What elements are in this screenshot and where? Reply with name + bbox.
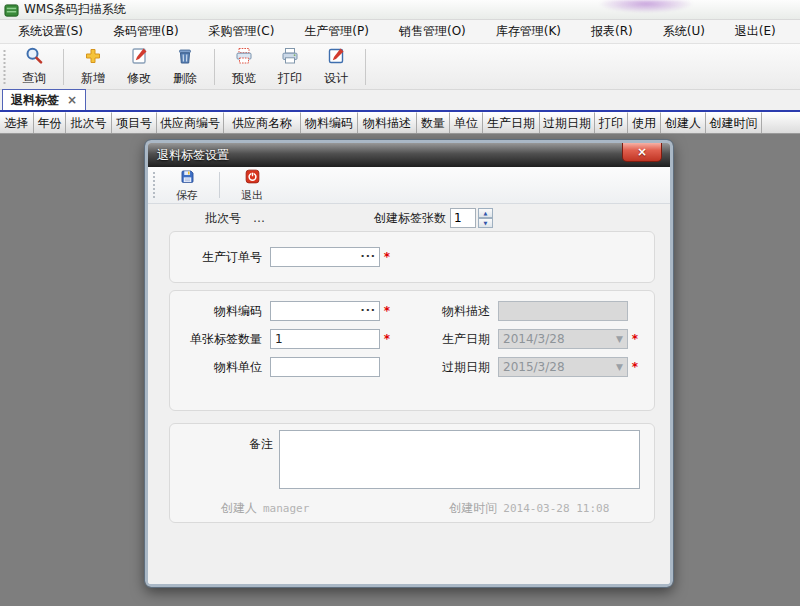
query-button[interactable]: 查询 xyxy=(11,46,57,88)
search-icon xyxy=(24,46,44,69)
col-creator[interactable]: 创建人 xyxy=(661,112,706,133)
required-marker: * xyxy=(628,360,642,374)
creator-value: manager xyxy=(263,502,309,515)
material-desc-field xyxy=(498,301,628,321)
col-create-time[interactable]: 创建时间 xyxy=(706,112,762,133)
production-order-field[interactable]: ··· xyxy=(270,247,380,267)
col-year[interactable]: 年份 xyxy=(34,112,66,133)
expire-date-label: 过期日期 xyxy=(418,359,490,376)
toolbar-separator xyxy=(365,49,366,85)
dialog-toolbar-separator xyxy=(219,172,220,198)
col-unit[interactable]: 单位 xyxy=(450,112,483,133)
required-marker: * xyxy=(380,332,394,346)
batch-no-label: 批次号 xyxy=(205,210,241,227)
material-group: 物料编码 ··· * 物料描述 单张标签数量 * 生产日期 2014/3/28 xyxy=(169,290,655,411)
create-time-value: 2014-03-28 11:08 xyxy=(503,502,609,515)
menu-system-settings[interactable]: 系统设置(S) xyxy=(8,20,93,43)
print-button[interactable]: 打印 xyxy=(267,46,313,88)
col-production-date[interactable]: 生产日期 xyxy=(483,112,540,133)
menu-system[interactable]: 系统(U) xyxy=(653,20,715,43)
design-label: 设计 xyxy=(324,70,348,87)
exit-icon xyxy=(244,168,261,188)
production-date-value: 2014/3/28 xyxy=(503,332,616,346)
lookup-ellipsis-icon[interactable]: ··· xyxy=(360,307,376,315)
label-count-stepper: ▲ ▼ xyxy=(450,208,493,228)
grid-header-row: 选择 年份 批次号 项目号 供应商编号 供应商名称 物料编码 物料描述 数量 单… xyxy=(0,112,800,134)
col-batch-no[interactable]: 批次号 xyxy=(66,112,112,133)
add-button[interactable]: 新增 xyxy=(70,46,116,88)
col-expire-date[interactable]: 过期日期 xyxy=(540,112,595,133)
tab-return-material-label[interactable]: 退料标签 × xyxy=(2,89,86,110)
dialog-titlebar[interactable]: 退料标签设置 × xyxy=(148,143,670,167)
col-supplier-no[interactable]: 供应商编号 xyxy=(157,112,224,133)
production-order-group: 生产订单号 ··· * xyxy=(169,231,655,283)
chevron-down-icon: ▼ xyxy=(616,334,623,344)
exit-button[interactable]: 退出 xyxy=(230,168,274,202)
design-button[interactable]: 设计 xyxy=(313,46,359,88)
tab-close-icon[interactable]: × xyxy=(67,94,77,106)
material-desc-label: 物料描述 xyxy=(418,303,490,320)
dialog-close-button[interactable]: × xyxy=(622,143,662,162)
edit-label: 修改 xyxy=(127,70,151,87)
add-label: 新增 xyxy=(81,70,105,87)
batch-no-value: … xyxy=(253,211,266,225)
delete-button[interactable]: 删除 xyxy=(162,46,208,88)
spin-up-icon[interactable]: ▲ xyxy=(478,208,493,218)
material-unit-label: 物料单位 xyxy=(170,359,262,376)
col-material-code[interactable]: 物料编码 xyxy=(301,112,358,133)
col-use[interactable]: 使用 xyxy=(628,112,661,133)
label-count-input[interactable] xyxy=(450,208,476,228)
preview-button[interactable]: 预览 xyxy=(221,46,267,88)
col-supplier-name[interactable]: 供应商名称 xyxy=(224,112,301,133)
return-label-dialog: 退料标签设置 × 保存 退出 批次号 … 创建标签张数 xyxy=(145,140,673,587)
lookup-ellipsis-icon[interactable]: ··· xyxy=(360,253,376,261)
dialog-body: 保存 退出 批次号 … 创建标签张数 ▲ ▼ 生产订单号 xyxy=(148,167,670,587)
col-print[interactable]: 打印 xyxy=(595,112,628,133)
create-time-label: 创建时间 xyxy=(449,500,497,517)
per-label-qty-label: 单张标签数量 xyxy=(170,331,262,348)
menu-production-mgmt[interactable]: 生产管理(P) xyxy=(294,20,379,43)
remark-group: 备注 创建人 manager 创建时间 2014-03-28 11:08 xyxy=(169,423,655,523)
col-select[interactable]: 选择 xyxy=(0,112,34,133)
design-icon xyxy=(326,46,346,69)
exit-label: 退出 xyxy=(241,188,263,203)
tab-label: 退料标签 xyxy=(11,92,59,109)
expire-date-field: 2015/3/28 ▼ xyxy=(498,357,628,377)
required-marker: * xyxy=(380,250,394,264)
window-titlebar: WMS条码扫描系统 xyxy=(0,0,800,20)
edit-button[interactable]: 修改 xyxy=(116,46,162,88)
chevron-down-icon: ▼ xyxy=(616,362,623,372)
save-label: 保存 xyxy=(176,188,198,203)
print-label: 打印 xyxy=(278,70,302,87)
tab-strip: 退料标签 × xyxy=(0,90,800,112)
col-qty[interactable]: 数量 xyxy=(417,112,450,133)
production-order-label: 生产订单号 xyxy=(170,249,262,266)
edit-icon xyxy=(129,46,149,69)
label-count-label: 创建标签张数 xyxy=(374,210,446,227)
preview-icon xyxy=(234,46,254,69)
toolbar-separator xyxy=(63,49,64,85)
menu-reports[interactable]: 报表(R) xyxy=(581,20,643,43)
save-button[interactable]: 保存 xyxy=(165,168,209,202)
menu-sales-mgmt[interactable]: 销售管理(O) xyxy=(389,20,476,43)
spin-down-icon[interactable]: ▼ xyxy=(478,218,493,228)
required-marker: * xyxy=(628,332,642,346)
toolbar-separator xyxy=(214,49,215,85)
delete-label: 删除 xyxy=(173,70,197,87)
col-project-no[interactable]: 项目号 xyxy=(112,112,157,133)
toolbar-grip xyxy=(2,48,7,86)
menu-barcode-mgmt[interactable]: 条码管理(B) xyxy=(103,20,189,43)
material-code-field[interactable]: ··· xyxy=(270,301,380,321)
per-label-qty-input[interactable] xyxy=(270,329,380,349)
add-icon xyxy=(83,46,103,69)
remark-textarea[interactable] xyxy=(279,430,640,489)
production-date-field: 2014/3/28 ▼ xyxy=(498,329,628,349)
material-unit-input[interactable] xyxy=(270,357,380,377)
col-material-desc[interactable]: 物料描述 xyxy=(358,112,417,133)
menu-exit[interactable]: 退出(E) xyxy=(725,20,786,43)
menu-purchase-mgmt[interactable]: 采购管理(C) xyxy=(199,20,285,43)
menu-inventory-mgmt[interactable]: 库存管理(K) xyxy=(486,20,571,43)
material-code-label: 物料编码 xyxy=(170,303,262,320)
creator-label: 创建人 xyxy=(221,500,257,517)
menu-bar: 系统设置(S) 条码管理(B) 采购管理(C) 生产管理(P) 销售管理(O) … xyxy=(0,20,800,44)
